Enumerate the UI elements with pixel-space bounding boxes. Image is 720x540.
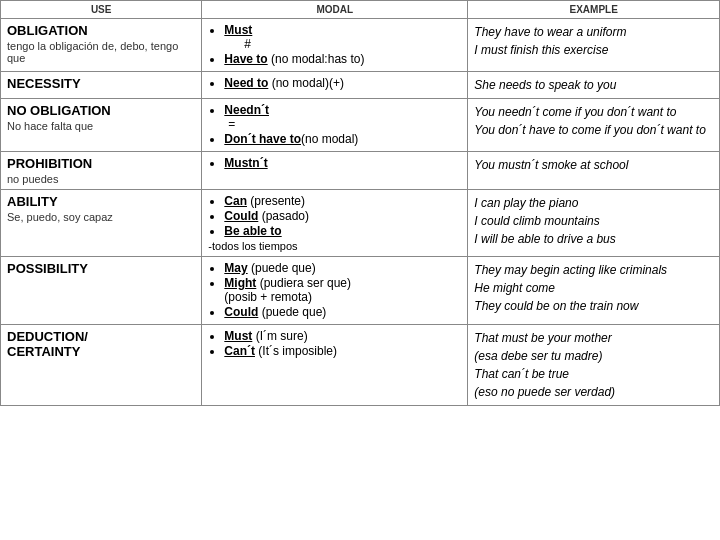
use-term-3: PROHIBITION xyxy=(7,156,195,171)
example-cell-2: You needn´t come if you don´t want to Yo… xyxy=(468,99,720,152)
header-example: EXAMPLE xyxy=(468,1,720,19)
example-cell-0: They have to wear a uniform I must finis… xyxy=(468,19,720,72)
use-term-6: DEDUCTION/ CERTAINTY xyxy=(7,329,195,359)
use-cell-4: ABILITYSe, puedo, soy capaz xyxy=(1,190,202,257)
example-cell-1: She needs to speak to you xyxy=(468,72,720,99)
use-cell-3: PROHIBITIONno puedes xyxy=(1,152,202,190)
modal-cell-6: Must (I´m sure)Can´t (It´s imposible) xyxy=(202,325,468,406)
modal-cell-5: May (puede que)Might (pudiera ser que)(p… xyxy=(202,257,468,325)
example-cell-4: I can play the piano I could climb mount… xyxy=(468,190,720,257)
modal-cell-4: Can (presente)Could (pasado)Be able to-t… xyxy=(202,190,468,257)
use-desc-0: tengo la obligación de, debo, tengo que xyxy=(7,40,195,64)
modal-cell-1: Need to (no modal)(+) xyxy=(202,72,468,99)
example-cell-5: They may begin acting like criminals He … xyxy=(468,257,720,325)
use-cell-0: OBLIGATIONtengo la obligación de, debo, … xyxy=(1,19,202,72)
example-cell-6: That must be your mother (esa debe ser t… xyxy=(468,325,720,406)
modal-cell-3: Mustn´t xyxy=(202,152,468,190)
use-cell-6: DEDUCTION/ CERTAINTY xyxy=(1,325,202,406)
use-cell-1: NECESSITY xyxy=(1,72,202,99)
header-modal: MODAL xyxy=(202,1,468,19)
use-desc-4: Se, puedo, soy capaz xyxy=(7,211,195,223)
example-cell-3: You mustn´t smoke at school xyxy=(468,152,720,190)
use-term-1: NECESSITY xyxy=(7,76,195,91)
modal-cell-0: Must#Have to (no modal:has to) xyxy=(202,19,468,72)
use-term-5: POSSIBILITY xyxy=(7,261,195,276)
use-cell-2: NO OBLIGATIONNo hace falta que xyxy=(1,99,202,152)
use-term-2: NO OBLIGATION xyxy=(7,103,195,118)
use-desc-2: No hace falta que xyxy=(7,120,195,132)
header-use: USE xyxy=(1,1,202,19)
modal-cell-2: Needn´t=Don´t have to(no modal) xyxy=(202,99,468,152)
use-term-0: OBLIGATION xyxy=(7,23,195,38)
use-desc-3: no puedes xyxy=(7,173,195,185)
use-term-4: ABILITY xyxy=(7,194,195,209)
use-cell-5: POSSIBILITY xyxy=(1,257,202,325)
